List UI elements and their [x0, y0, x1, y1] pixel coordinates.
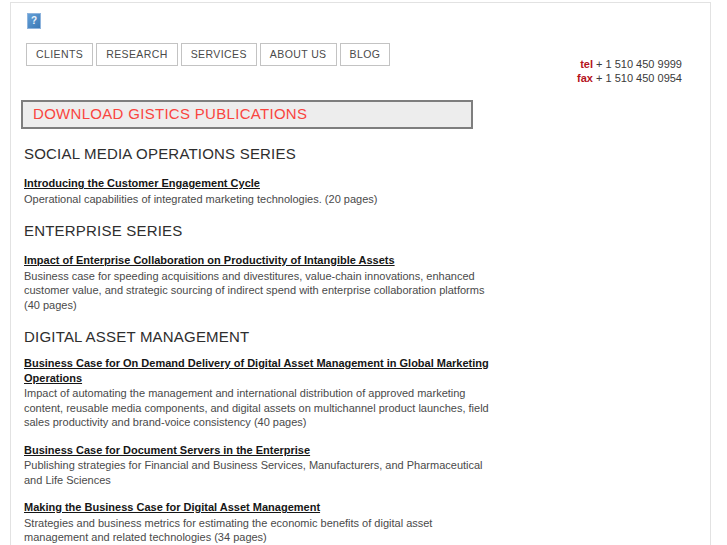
- publication-link[interactable]: Impact of Enterprise Collaboration on Pr…: [24, 253, 395, 268]
- fax-value: + 1 510 450 0954: [596, 72, 682, 84]
- broken-image-icon[interactable]: ?: [27, 13, 41, 29]
- nav-item-services[interactable]: SERVICES: [181, 43, 257, 66]
- publication-description: Publishing strategies for Financial and …: [24, 458, 504, 487]
- publication-description: Impact of automating the management and …: [24, 386, 504, 430]
- main-nav: CLIENTS RESEARCH SERVICES ABOUT US BLOG: [26, 43, 390, 66]
- publication-description: Strategies and business metrics for esti…: [24, 516, 504, 545]
- publication-item: Impact of Enterprise Collaboration on Pr…: [24, 250, 504, 312]
- tel-value: + 1 510 450 9999: [596, 58, 682, 70]
- publication-link[interactable]: Business Case for Document Servers in th…: [24, 443, 310, 458]
- nav-item-blog[interactable]: BLOG: [340, 43, 391, 66]
- tel-label: tel: [580, 58, 593, 70]
- section-heading-social-media: SOCIAL MEDIA OPERATIONS SERIES: [24, 145, 504, 163]
- fax-line: fax + 1 510 450 0954: [577, 72, 682, 86]
- publication-item: Introducing the Customer Engagement Cycl…: [24, 173, 504, 206]
- section-heading-enterprise: ENTERPRISE SERIES: [24, 222, 504, 240]
- publication-item: Business Case for On Demand Delivery of …: [24, 356, 504, 430]
- publication-description: Operational capabilities of integrated m…: [24, 192, 504, 207]
- publication-link[interactable]: Business Case for On Demand Delivery of …: [24, 356, 489, 385]
- contact-info: tel + 1 510 450 9999 fax + 1 510 450 095…: [577, 58, 682, 85]
- page-container: ? CLIENTS RESEARCH SERVICES ABOUT US BLO…: [10, 2, 711, 545]
- publication-item: Making the Business Case for Digital Ass…: [24, 497, 504, 545]
- publication-item: Business Case for Document Servers in th…: [24, 440, 504, 488]
- publication-description: Business case for speeding acquisitions …: [24, 269, 504, 313]
- tel-line: tel + 1 510 450 9999: [577, 58, 682, 72]
- fax-label: fax: [577, 72, 593, 84]
- publication-link[interactable]: Making the Business Case for Digital Ass…: [24, 500, 320, 515]
- nav-item-research[interactable]: RESEARCH: [96, 43, 178, 66]
- nav-item-clients[interactable]: CLIENTS: [26, 43, 93, 66]
- publications-list: SOCIAL MEDIA OPERATIONS SERIES Introduci…: [24, 129, 504, 545]
- nav-item-about-us[interactable]: ABOUT US: [260, 43, 337, 66]
- section-heading-digital-asset-management: DIGITAL ASSET MANAGEMENT: [24, 328, 504, 346]
- publication-link[interactable]: Introducing the Customer Engagement Cycl…: [24, 176, 260, 191]
- page-title: DOWNLOAD GISTICS PUBLICATIONS: [21, 100, 473, 129]
